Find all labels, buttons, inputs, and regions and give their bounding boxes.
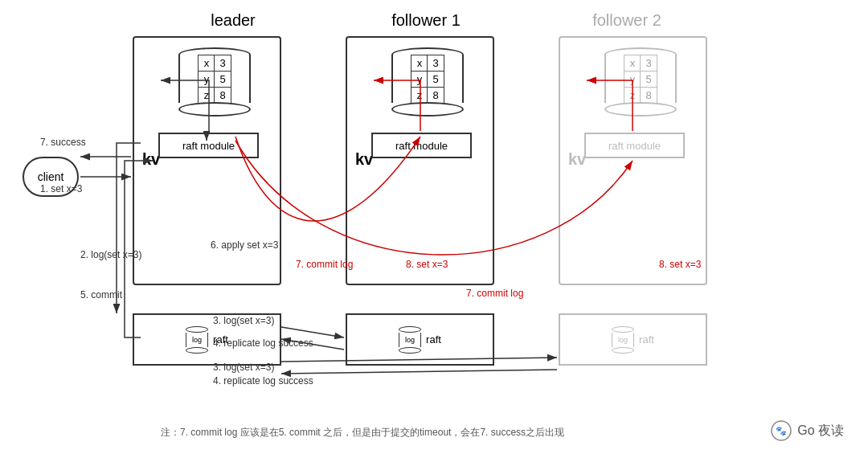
footnote: 注：7. commit log 应该是在5. commit 之后，但是由于提交的… (161, 426, 564, 440)
arrow-4b-replicate: 4. replicate log success (213, 375, 313, 386)
arrow-8-set2-red: 8. set x=3 (659, 259, 701, 270)
arrow-8-set-red: 8. set x=3 (406, 259, 448, 270)
follower2-cyl-bottom (604, 102, 677, 117)
arrow-7-commit-red: 7. commit log (296, 259, 353, 270)
watermark-text: Go 夜读 (797, 423, 844, 440)
leader-kv-label: kv (142, 150, 160, 169)
arrow-6-apply: 6. apply set x=3 (211, 239, 278, 251)
svg-line-6 (281, 327, 344, 337)
arrow-5-commit: 5. commit (80, 289, 122, 301)
arrow-2-log: 2. log(set x=3) (80, 249, 141, 260)
follower2-kv-table: x3 y5 z8 (624, 55, 657, 104)
leader-raft-module: raft module (158, 133, 259, 158)
arrow-1-set: 1. set x=3 (40, 183, 82, 194)
follower2-cyl-body: x3 y5 z8 (604, 55, 677, 103)
follower2-kv-label: kv (568, 150, 586, 169)
follower2-raft-label: raft (639, 333, 654, 346)
follower1-raft-box: log raft (346, 313, 494, 366)
watermark: 🐾 Go 夜读 (770, 419, 844, 442)
follower2-label: follower 2 (563, 11, 691, 30)
follower2-log-icon: log (612, 326, 634, 354)
follower1-cyl-body: x3 y5 z8 (391, 55, 464, 103)
arrow-4-replicate: 4. replicate log success (213, 337, 313, 349)
follower1-raft-label: raft (426, 333, 441, 346)
svg-text:🐾: 🐾 (776, 425, 787, 436)
follower1-raft-module: raft module (371, 133, 472, 158)
leader-log-icon: log (186, 326, 208, 354)
follower2-raft-box: log raft (559, 313, 707, 366)
follower1-kv-label: kv (355, 150, 373, 169)
diagram-container: leader follower 1 follower 2 kv x3 y5 z8… (0, 0, 868, 458)
leader-cyl-body: x3 y5 z8 (178, 55, 251, 103)
follower1-log-icon: log (399, 326, 421, 354)
arrow-3-log: 3. log(set x=3) (213, 315, 274, 326)
follower1-kv-table: x3 y5 z8 (411, 55, 444, 104)
leader-label: leader (177, 11, 289, 30)
follower1-label: follower 1 (362, 11, 490, 30)
svg-line-9 (281, 370, 557, 374)
follower2-raft-module: raft module (584, 133, 685, 158)
leader-kv-table: x3 y5 z8 (198, 55, 231, 104)
watermark-icon: 🐾 (770, 419, 792, 442)
leader-cyl-bottom (178, 102, 251, 117)
follower1-box: kv x3 y5 z8 raft module (346, 36, 494, 285)
arrow-7-commit2-red: 7. commit log (466, 288, 523, 299)
arrow-3b-log: 3. log(set x=3) (213, 362, 274, 373)
follower1-cyl-bottom (391, 102, 464, 117)
client-label: client (38, 170, 64, 183)
arrow-7-success: 7. success (40, 137, 86, 148)
follower2-box: kv x3 y5 z8 raft module (559, 36, 707, 285)
